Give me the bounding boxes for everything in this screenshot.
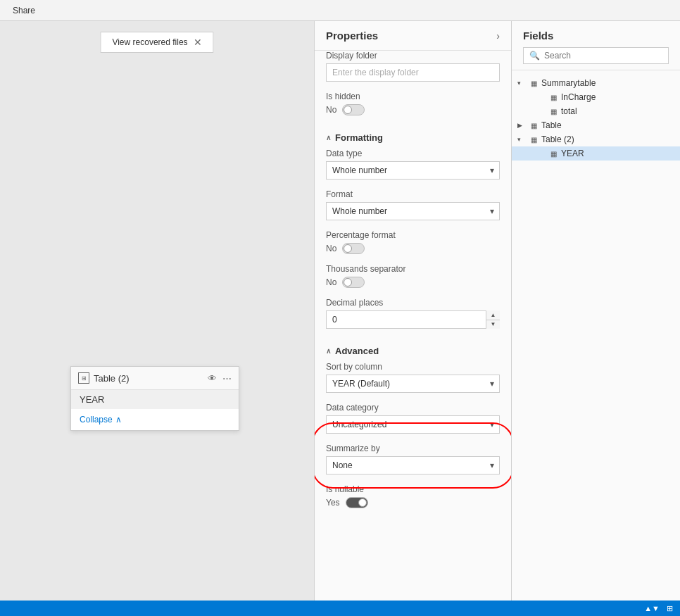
tree-icon-table: ▦	[529, 122, 539, 130]
is-nullable-value: Yes	[326, 498, 340, 508]
table-card-footer: Collapse ∧	[71, 409, 239, 430]
tree-item-year[interactable]: ▦ YEAR	[512, 146, 680, 161]
is-nullable-field: Is nullable Yes	[326, 484, 500, 508]
percentage-format-toggle-row: No	[326, 243, 500, 254]
thousands-separator-toggle-row: No	[326, 277, 500, 288]
tree-item-table[interactable]: ▶ ▦ Table	[512, 118, 680, 132]
formatting-section-header[interactable]: ∧ Formatting	[326, 125, 500, 149]
advanced-chevron-icon: ∧	[326, 347, 331, 355]
tree-label-year: YEAR	[561, 149, 674, 158]
view-recovered-label: View recovered files	[112, 37, 187, 47]
table-card-icon: ⊞	[78, 372, 89, 384]
tree-item-table2[interactable]: ▾ ▦ Table (2)	[512, 132, 680, 146]
properties-body: Display folder Is hidden No ∧ Formatting…	[315, 51, 511, 601]
is-hidden-field: Is hidden No	[326, 92, 500, 115]
tree-chevron-summarytable: ▾	[517, 80, 526, 87]
tree-icon-total: ▦	[548, 108, 558, 115]
fields-panel: Fields 🔍 ▾ ▦ Summarytable ▦ InCharge	[511, 21, 680, 601]
sort-by-column-field: Sort by column YEAR (Default)	[326, 362, 500, 393]
more-options-icon[interactable]: ⋯	[222, 373, 232, 384]
data-type-select[interactable]: Whole number	[326, 161, 500, 180]
table-card-body: YEAR	[71, 390, 239, 409]
percentage-format-field: Percentage format No	[326, 230, 500, 254]
summarize-by-select-wrap: None	[326, 456, 500, 474]
advanced-label: Advanced	[335, 346, 379, 356]
data-category-field: Data category Uncategorized	[326, 403, 500, 434]
table-card-header: ⊞ Table (2) 👁 ⋯	[71, 367, 239, 390]
sort-by-column-select-wrap: YEAR (Default)	[326, 375, 500, 393]
fields-title: Fields	[523, 30, 669, 42]
is-nullable-toggle-row: Yes	[326, 497, 500, 508]
view-recovered-files-button[interactable]: View recovered files ✕	[100, 32, 213, 53]
is-hidden-toggle[interactable]	[342, 104, 365, 115]
percentage-format-toggle[interactable]	[342, 243, 365, 254]
share-tab[interactable]: Share	[7, 6, 41, 15]
is-nullable-toggle[interactable]	[346, 497, 368, 508]
thousands-separator-toggle[interactable]	[342, 277, 365, 288]
format-select[interactable]: Whole number	[326, 202, 500, 220]
percentage-format-label: Percentage format	[326, 230, 500, 240]
decimal-places-field: Decimal places 0 ▲ ▼	[326, 298, 500, 329]
bottom-bar-grid-icon[interactable]: ⊞	[667, 604, 673, 613]
format-select-wrap: Whole number	[326, 202, 500, 220]
decimal-places-spinners: ▲ ▼	[486, 310, 500, 329]
summarize-by-label: Summarize by	[326, 444, 500, 453]
tree-chevron-table2: ▾	[517, 136, 526, 143]
fields-search-input[interactable]	[544, 51, 662, 61]
tree-icon-incharge: ▦	[548, 94, 558, 101]
data-type-select-wrap: Whole number	[326, 161, 500, 180]
decimal-places-up[interactable]: ▲	[486, 310, 500, 320]
display-folder-label: Display folder	[326, 51, 500, 61]
properties-header: Properties ›	[315, 21, 511, 51]
formatting-label: Formatting	[335, 132, 383, 143]
format-field: Format Whole number	[326, 189, 500, 220]
collapse-button[interactable]: Collapse ∧	[80, 415, 230, 425]
data-type-label: Data type	[326, 149, 500, 158]
thousands-separator-label: Thousands separator	[326, 264, 500, 274]
tree-item-summarytable[interactable]: ▾ ▦ Summarytable	[512, 76, 680, 90]
close-recovered-icon[interactable]: ✕	[194, 37, 202, 48]
table-card: ⊞ Table (2) 👁 ⋯ YEAR Collapse ∧	[70, 366, 239, 431]
collapse-label: Collapse	[80, 415, 113, 425]
decimal-places-input[interactable]: 0	[326, 310, 500, 329]
properties-panel: Properties › Display folder Is hidden No…	[314, 21, 511, 601]
canvas: View recovered files ✕ ⊞ Table (2) 👁 ⋯ Y…	[0, 21, 314, 601]
display-folder-input[interactable]	[326, 63, 500, 82]
properties-expand-icon[interactable]: ›	[496, 30, 500, 42]
data-category-select-wrap: Uncategorized	[326, 415, 500, 434]
eye-icon[interactable]: 👁	[208, 373, 217, 384]
data-category-select[interactable]: Uncategorized	[326, 415, 500, 434]
search-icon: 🔍	[529, 51, 540, 61]
bottom-bar-sort-icon[interactable]: ▲▼	[644, 604, 660, 612]
properties-title: Properties	[326, 30, 378, 42]
recovered-files-banner: View recovered files ✕	[100, 32, 213, 53]
table-card-year-row: YEAR	[71, 390, 239, 409]
tree-label-summarytable: Summarytable	[541, 78, 674, 88]
tree-item-total[interactable]: ▦ total	[512, 104, 680, 118]
tree-label-total: total	[561, 106, 674, 116]
tree-icon-summarytable: ▦	[529, 80, 539, 87]
sort-by-column-select[interactable]: YEAR (Default)	[326, 375, 500, 393]
table-card-name: Table (2)	[94, 373, 130, 384]
is-hidden-value: No	[326, 105, 336, 115]
bottom-bar: ▲▼ ⊞	[0, 601, 680, 616]
fields-tree: ▾ ▦ Summarytable ▦ InCharge ▦ total ▶ ▦ …	[512, 70, 680, 601]
summarize-by-field: Summarize by None	[326, 444, 500, 474]
decimal-places-input-wrap: 0 ▲ ▼	[326, 310, 500, 329]
summarize-by-select[interactable]: None	[326, 456, 500, 474]
tree-item-incharge[interactable]: ▦ InCharge	[512, 90, 680, 104]
tree-chevron-table: ▶	[517, 122, 526, 129]
collapse-chevron-icon: ∧	[115, 415, 122, 425]
percentage-format-value: No	[326, 244, 336, 253]
tree-label-incharge: InCharge	[561, 92, 674, 102]
thousands-separator-value: No	[326, 277, 336, 287]
table-card-title: ⊞ Table (2)	[78, 372, 130, 384]
advanced-section-header[interactable]: ∧ Advanced	[326, 339, 500, 362]
table-card-actions: 👁 ⋯	[208, 373, 232, 384]
decimal-places-down[interactable]: ▼	[486, 320, 500, 329]
tree-icon-table2: ▦	[529, 136, 539, 144]
top-bar: Share	[0, 0, 680, 21]
format-label: Format	[326, 189, 500, 199]
fields-search-box: 🔍	[523, 47, 669, 64]
decimal-places-label: Decimal places	[326, 298, 500, 308]
